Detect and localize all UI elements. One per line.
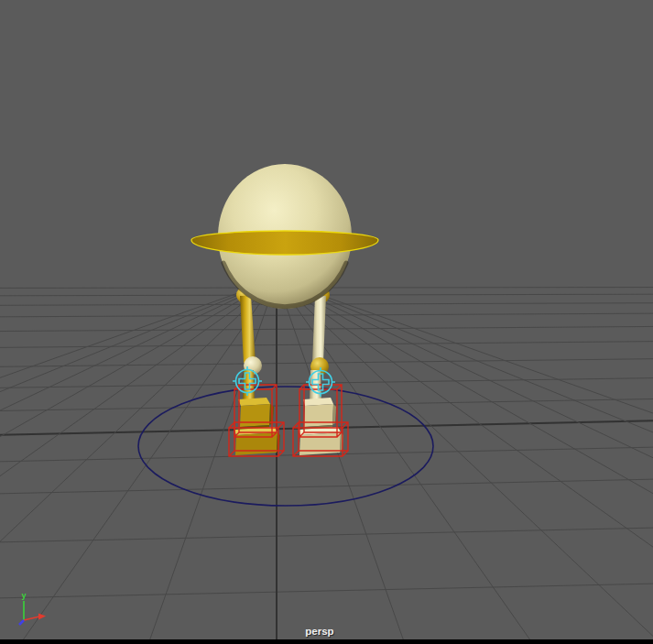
grid-line [0, 287, 269, 644]
grid-line [0, 479, 653, 494]
grid-line [0, 287, 256, 644]
y-axis-label: y [21, 591, 26, 600]
grid-line [0, 287, 261, 644]
grid-line [0, 287, 267, 644]
z-axis-line [19, 620, 24, 625]
grid-line [148, 287, 274, 644]
left-leg-shaft[interactable] [240, 296, 256, 363]
axis-gizmo: y [19, 591, 46, 625]
camera-label: persp [305, 626, 333, 637]
viewport-bottom-border [0, 639, 653, 644]
left-foot-lower-front [235, 432, 278, 455]
perspective-viewport[interactable]: y persp persp [0, 0, 653, 644]
grid-line [0, 287, 258, 644]
grid-line [0, 342, 653, 348]
right-foot-upper-front [304, 404, 333, 427]
ground-grid [0, 287, 653, 644]
grid-line [0, 528, 653, 542]
viewport-canvas[interactable]: y persp persp [0, 0, 653, 644]
grid-line [0, 287, 264, 644]
grid-line [0, 584, 653, 598]
root-circle-control[interactable] [138, 387, 433, 506]
x-axis-arrowhead [38, 614, 46, 620]
left-foot-upper-front [240, 404, 270, 427]
right-foot-lower-front [299, 432, 341, 455]
